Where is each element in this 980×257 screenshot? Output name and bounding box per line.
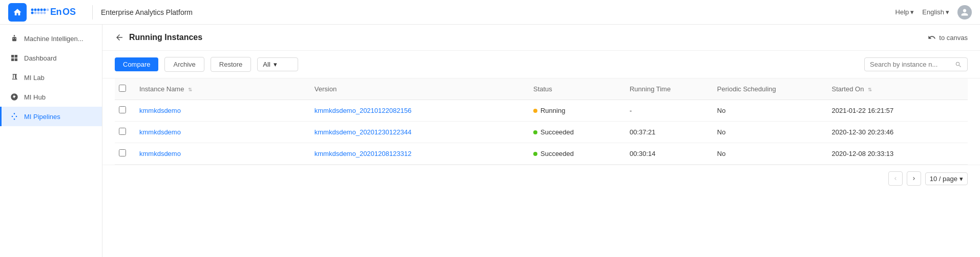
- to-canvas-button[interactable]: to canvas: [928, 33, 968, 42]
- sidebar-label-mi-hub: MI Hub: [24, 93, 46, 101]
- row-checkbox-3[interactable]: [119, 149, 126, 156]
- cell-started-2: 2020-12-30 20:23:46: [828, 122, 968, 143]
- user-avatar[interactable]: [957, 5, 972, 19]
- prev-page-button[interactable]: [888, 171, 903, 186]
- th-periodic: Periodic Scheduling: [713, 78, 828, 100]
- sidebar-item-mi-lab[interactable]: MI Lab: [0, 68, 102, 87]
- chevron-right-icon: [911, 175, 917, 182]
- sidebar-label-dashboard: Dashboard: [24, 54, 57, 62]
- status-dot-2: [533, 130, 537, 134]
- per-page-select[interactable]: 10 / page ▾: [925, 172, 968, 185]
- status-running-badge: Running: [533, 107, 621, 114]
- enos-os: OS: [62, 7, 76, 17]
- cell-checkbox-2: [115, 122, 135, 143]
- cell-status-1: Running: [529, 100, 625, 122]
- page-header-left: Running Instances: [115, 33, 202, 42]
- search-icon: [955, 61, 962, 68]
- logo-area: EnOS: [8, 3, 76, 22]
- sort-icon-name: ⇅: [188, 87, 192, 92]
- row-checkbox-2[interactable]: [119, 128, 126, 135]
- cell-periodic-3: No: [713, 143, 828, 165]
- help-button[interactable]: Help ▾: [895, 8, 914, 16]
- search-box[interactable]: [864, 57, 968, 71]
- th-version: Version: [310, 78, 529, 100]
- th-instance-name: Instance Name ⇅: [135, 78, 310, 100]
- compare-button[interactable]: Compare: [115, 57, 158, 71]
- enos-dots-logo: [31, 8, 49, 16]
- cell-name-2: kmmkdsdemo: [135, 122, 310, 143]
- dashboard-icon: [10, 53, 19, 63]
- version-link-1[interactable]: kmmkdsdemo_20210122082156: [315, 107, 411, 114]
- sidebar-item-dashboard[interactable]: Dashboard: [0, 48, 102, 68]
- cell-checkbox-3: [115, 143, 135, 165]
- status-success-badge-2: Succeeded: [533, 128, 621, 136]
- home-button[interactable]: [8, 3, 27, 22]
- enos-brand: En: [50, 7, 61, 17]
- status-dot-3: [533, 152, 537, 156]
- sidebar-item-mi-pipelines[interactable]: MI Pipelines: [0, 107, 102, 126]
- cell-version-1: kmmkdsdemo_20210122082156: [310, 100, 529, 122]
- instance-name-link-3[interactable]: kmmkdsdemo: [139, 150, 181, 157]
- filter-value: All: [263, 61, 270, 68]
- cell-periodic-1: No: [713, 100, 828, 122]
- table-header-row: Instance Name ⇅ Version Status Running T…: [115, 78, 968, 100]
- toolbar: Compare Archive Restore All ▾: [102, 51, 980, 78]
- instance-name-link-1[interactable]: kmmkdsdemo: [139, 107, 181, 114]
- to-canvas-label: to canvas: [939, 34, 968, 42]
- cell-running-time-1: -: [625, 100, 713, 122]
- chevron-down-icon: ▾: [274, 61, 277, 68]
- sidebar-label-machine-intelligence: Machine Intelligen...: [24, 35, 84, 43]
- restore-button[interactable]: Restore: [211, 57, 252, 72]
- svg-point-4: [44, 8, 46, 11]
- cell-status-2: Succeeded: [529, 122, 625, 143]
- back-button[interactable]: [115, 33, 124, 42]
- svg-point-8: [37, 11, 40, 14]
- search-input[interactable]: [870, 61, 952, 68]
- table-row: kmmkdsdemo kmmkdsdemo_20201208123312 Suc…: [115, 143, 968, 165]
- per-page-label: 10 / page: [930, 175, 957, 183]
- next-page-button[interactable]: [907, 171, 921, 186]
- sort-icon-started: ⇅: [868, 87, 872, 92]
- sidebar-item-machine-intelligence[interactable]: Machine Intelligen...: [0, 29, 102, 48]
- language-button[interactable]: English ▾: [922, 8, 949, 16]
- toolbar-right: [864, 57, 968, 71]
- svg-point-6: [31, 11, 34, 14]
- table-row: kmmkdsdemo kmmkdsdemo_20210122082156 Run…: [115, 100, 968, 122]
- select-all-checkbox[interactable]: [119, 85, 126, 92]
- svg-point-0: [31, 8, 34, 11]
- sidebar-item-mi-hub[interactable]: MI Hub: [0, 87, 102, 107]
- cell-started-3: 2020-12-08 20:33:13: [828, 143, 968, 165]
- cell-status-3: Succeeded: [529, 143, 625, 165]
- hub-icon: [10, 92, 19, 102]
- chevron-left-icon: [892, 175, 899, 182]
- archive-button[interactable]: Archive: [164, 57, 204, 72]
- page-title: Running Instances: [129, 33, 202, 42]
- row-checkbox-1[interactable]: [119, 106, 126, 113]
- th-status: Status: [529, 78, 625, 100]
- cell-periodic-2: No: [713, 122, 828, 143]
- table-container: Instance Name ⇅ Version Status Running T…: [102, 78, 980, 165]
- instance-name-link-2[interactable]: kmmkdsdemo: [139, 128, 181, 136]
- svg-point-3: [40, 8, 43, 11]
- th-checkbox: [115, 78, 135, 100]
- version-link-2[interactable]: kmmkdsdemo_20201230122344: [315, 128, 411, 136]
- header-right: Help ▾ English ▾: [895, 5, 972, 19]
- chevron-down-icon-pagination: ▾: [960, 175, 963, 183]
- version-link-3[interactable]: kmmkdsdemo_20201208123312: [315, 150, 411, 157]
- pagination: 10 / page ▾: [102, 165, 980, 192]
- cell-version-3: kmmkdsdemo_20201208123312: [310, 143, 529, 165]
- pipelines-icon: [10, 112, 19, 121]
- header-divider: [92, 5, 93, 19]
- robot-icon: [10, 34, 19, 43]
- main-layout: Machine Intelligen... Dashboard MI Lab: [0, 0, 980, 257]
- instances-table: Instance Name ⇅ Version Status Running T…: [115, 78, 968, 165]
- sidebar: Machine Intelligen... Dashboard MI Lab: [0, 25, 102, 257]
- svg-point-5: [47, 8, 49, 11]
- cell-name-1: kmmkdsdemo: [135, 100, 310, 122]
- svg-point-7: [34, 11, 37, 14]
- filter-select[interactable]: All ▾: [257, 57, 298, 71]
- th-running-time: Running Time: [625, 78, 713, 100]
- cell-started-1: 2021-01-22 16:21:57: [828, 100, 968, 122]
- home-icon: [13, 8, 22, 17]
- status-dot-1: [533, 109, 537, 113]
